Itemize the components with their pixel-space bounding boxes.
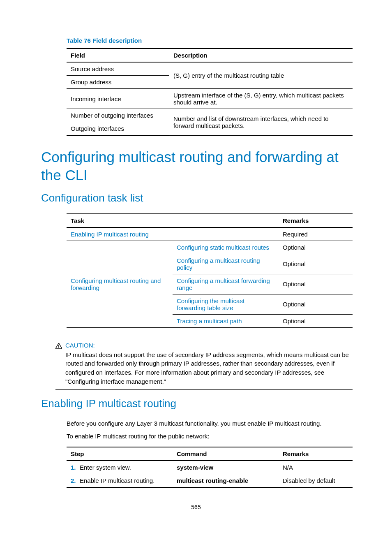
link-config-multicast-routing-forwarding[interactable]: Configuring multicast routing and forwar… — [71, 277, 161, 291]
col-header-command: Command — [173, 447, 279, 461]
cell-field: Number of outgoing interfaces — [67, 109, 169, 122]
remarks-cell: N/A — [279, 461, 353, 474]
subtask-link-cell: Tracing a multicast path — [173, 314, 279, 328]
table-row: Number of outgoing interfaces Number and… — [67, 109, 353, 122]
task-header-row: Task Remarks — [67, 214, 353, 227]
table-76-caption: Table 76 Field description — [67, 37, 351, 44]
remarks-cell: Disabled by default — [279, 474, 353, 488]
subtask-link-cell: Configuring a multicast routing policy — [173, 254, 279, 274]
caution-block: CAUTION: IP multicast does not support t… — [55, 339, 353, 390]
cell-field: Source address — [67, 62, 169, 76]
document-page: Table 76 Field description Field Descrip… — [0, 0, 392, 533]
task-link-cell: Enabling IP multicast routing — [67, 227, 279, 241]
caution-text: IP multicast does not support the use of… — [65, 350, 353, 386]
col-header-step: Step — [67, 447, 173, 461]
command-cell: system-view — [173, 461, 279, 474]
heading-1: Configuring multicast routing and forwar… — [41, 148, 351, 184]
caution-label: CAUTION: — [65, 342, 353, 349]
table-row: Incoming interface Upstream interface of… — [67, 89, 353, 109]
step-text: Enter system view. — [80, 464, 131, 471]
command-cell: multicast routing-enable — [173, 474, 279, 488]
col-header-remarks: Remarks — [279, 447, 353, 461]
table-row: Configuring multicast routing and forwar… — [67, 241, 353, 254]
remarks-cell: Required — [279, 227, 353, 241]
link-forwarding-table-size[interactable]: Configuring the multicast forwarding tab… — [177, 297, 244, 311]
heading-2-config-task-list: Configuration task list — [41, 192, 351, 204]
body-paragraph: Before you configure any Layer 3 multica… — [67, 419, 353, 428]
table-row: 1.Enter system view. system-view N/A — [67, 461, 353, 474]
table-76-header-row: Field Description — [67, 49, 353, 62]
warning-triangle-icon — [55, 342, 65, 351]
link-routing-policy[interactable]: Configuring a multicast routing policy — [177, 257, 260, 271]
col-header-remarks: Remarks — [279, 214, 353, 227]
page-number: 565 — [0, 504, 392, 510]
cell-description: Upstream interface of the (S, G) entry, … — [169, 89, 353, 109]
remarks-cell: Optional — [279, 294, 353, 314]
cell-field: Outgoing interfaces — [67, 122, 169, 136]
step-number: 1. — [71, 464, 80, 471]
body-paragraph: To enable IP multicast routing for the p… — [67, 432, 353, 441]
table-row: Enabling IP multicast routing Required — [67, 227, 353, 241]
command-text: multicast routing-enable — [177, 477, 248, 484]
table-row: 2.Enable IP multicast routing. multicast… — [67, 474, 353, 488]
svg-rect-1 — [58, 347, 59, 348]
command-text: system-view — [177, 464, 213, 471]
cell-description: (S, G) entry of the multicast routing ta… — [169, 62, 353, 89]
cell-field: Group address — [67, 76, 169, 89]
steps-header-row: Step Command Remarks — [67, 447, 353, 461]
step-cell: 2.Enable IP multicast routing. — [67, 474, 173, 488]
steps-table: Step Command Remarks 1.Enter system view… — [67, 447, 353, 488]
step-cell: 1.Enter system view. — [67, 461, 173, 474]
subtask-link-cell: Configuring the multicast forwarding tab… — [173, 294, 279, 314]
link-static-routes[interactable]: Configuring static multicast routes — [177, 244, 269, 251]
step-number: 2. — [71, 477, 80, 484]
cell-field: Incoming interface — [67, 89, 169, 109]
table-row: Source address (S, G) entry of the multi… — [67, 62, 353, 76]
remarks-cell: Optional — [279, 241, 353, 254]
remarks-cell: Optional — [279, 254, 353, 274]
remarks-cell: Optional — [279, 274, 353, 294]
col-header-task: Task — [67, 214, 279, 227]
task-list-table: Task Remarks Enabling IP multicast routi… — [67, 213, 353, 328]
subtask-link-cell: Configuring a multicast forwarding range — [173, 274, 279, 294]
subtask-link-cell: Configuring static multicast routes — [173, 241, 279, 254]
col-header-description: Description — [169, 49, 353, 62]
heading-2-enable-multicast: Enabling IP multicast routing — [41, 397, 351, 410]
table-76: Field Description Source address (S, G) … — [67, 48, 353, 136]
link-tracing-path[interactable]: Tracing a multicast path — [177, 317, 242, 324]
svg-rect-0 — [58, 345, 59, 347]
task-group-cell: Configuring multicast routing and forwar… — [67, 241, 173, 328]
col-header-field: Field — [67, 49, 169, 62]
cell-description: Number and list of downstream interfaces… — [169, 109, 353, 136]
remarks-cell: Optional — [279, 314, 353, 328]
link-forwarding-range[interactable]: Configuring a multicast forwarding range — [177, 277, 270, 291]
step-text: Enable IP multicast routing. — [80, 477, 154, 484]
link-enable-ip-multicast[interactable]: Enabling IP multicast routing — [71, 231, 149, 238]
